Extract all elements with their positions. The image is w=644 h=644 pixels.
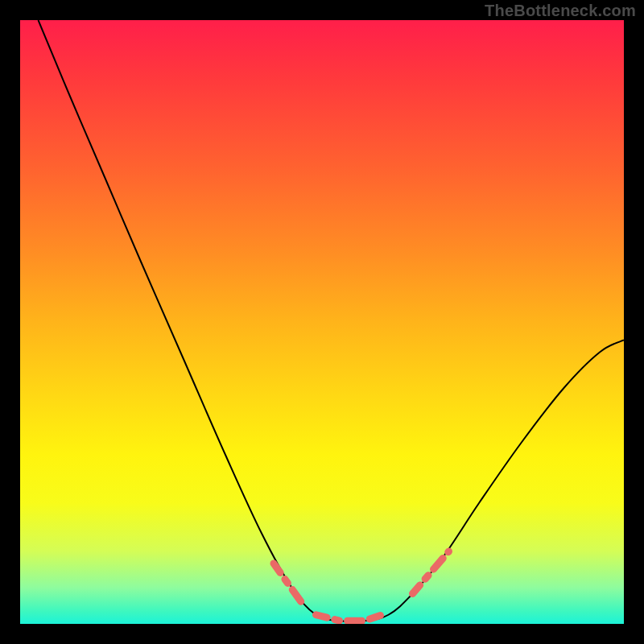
chart-frame: TheBottleneck.com [0,0,644,644]
attribution-label: TheBottleneck.com [485,2,636,20]
highlight-left-slope [274,564,304,606]
highlight-segments [274,551,449,621]
plot-area [20,20,624,624]
bottleneck-curve [39,20,625,621]
curve-svg [20,20,624,624]
highlight-valley [316,615,383,621]
